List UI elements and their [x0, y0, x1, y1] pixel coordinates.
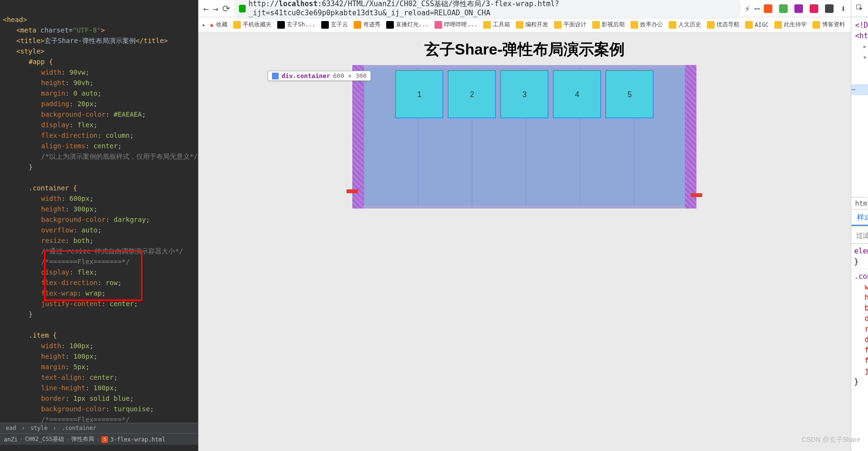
folder-icon [707, 21, 715, 29]
ext-icon[interactable] [810, 4, 818, 13]
bm-item[interactable]: AIGC [743, 20, 770, 30]
bm-chevron-icon[interactable]: ▸ [202, 22, 206, 28]
bm-item[interactable]: 平面设计 [552, 20, 588, 30]
flex-container-preview[interactable]: 1 2 3 4 5 [352, 65, 696, 209]
page-title: 玄子Share-弹性布局演示案例 [424, 39, 625, 60]
bm-item[interactable]: 人文历史 [667, 20, 703, 30]
ext-icon[interactable] [764, 4, 772, 13]
bm-item[interactable]: 玄子Sh... [275, 20, 317, 30]
bookmarks-bar: ▸ ★收藏 手机收藏夹 玄子Sh... 玄子云 奇迹秀 直播灯光... 哔哩哔哩… [198, 17, 851, 33]
code-editor-pane: <head> <meta charset="UTF-8"> <title>玄子S… [0, 0, 198, 451]
selected-node[interactable]: ⋯▾<div class="container"> flex== $0 [855, 84, 868, 95]
folder-icon [233, 21, 241, 29]
bm-item[interactable]: 影视后期 [590, 20, 627, 30]
elements-tree[interactable]: <!DOCTYPE html> <html lang="en"> ▸<head>… [851, 17, 868, 197]
editor-file-crumb[interactable]: anZi› CH02_CSS基础› 弹性布局› 5 3-flex-wrap.ht… [0, 433, 198, 445]
bm-item[interactable]: 效率办公 [629, 20, 665, 30]
flex-item: 4 [553, 70, 601, 118]
styles-filter-row: :hov .cls ＋ ▭ ▥ [851, 227, 868, 244]
download-icon[interactable]: ⬇ [840, 3, 846, 14]
bm-item[interactable]: 博客资料 [811, 20, 847, 30]
extensions-area: ⬇ [764, 3, 846, 14]
bm-item[interactable]: 工具箱 [481, 20, 512, 30]
editor-structure-crumb[interactable]: ead › style › .container [0, 423, 198, 433]
site-icon [321, 21, 329, 29]
folder-icon [630, 21, 638, 29]
folder-icon [745, 21, 753, 29]
tag-head: <head> [3, 16, 27, 23]
reload-button[interactable]: ⟳ [222, 3, 230, 14]
bm-item[interactable]: 奇迹秀 [352, 20, 382, 30]
ext-icon[interactable] [779, 4, 788, 13]
flex-icon [272, 73, 279, 79]
inspect-tooltip: div.container 600 × 300 [268, 71, 371, 81]
lightning-icon[interactable]: ⚡ [745, 3, 750, 14]
marker [691, 193, 702, 197]
editor-code[interactable]: <head> <meta charset="UTF-8"> <title>玄子S… [0, 0, 198, 423]
ext-icon[interactable] [794, 4, 803, 13]
styles-filter-input[interactable] [851, 231, 868, 239]
flex-item: 5 [606, 70, 653, 118]
url-input[interactable]: http://localhost:63342/HTML/XuanZi/CH02_… [234, 0, 741, 19]
ext-apps-icon[interactable] [825, 4, 834, 13]
bm-item[interactable]: 哔哩哔哩... [433, 20, 479, 30]
site-icon [354, 21, 361, 29]
folder-icon [813, 21, 820, 29]
folder-icon [592, 21, 600, 29]
folder-icon [669, 21, 676, 29]
rendered-page: 玄子Share-弹性布局演示案例 div.container 600 × 300… [198, 33, 851, 451]
folder-icon [483, 21, 491, 29]
stab-styles[interactable]: 样式 [851, 210, 868, 226]
site-icon [434, 21, 442, 29]
site-favicon [239, 5, 246, 12]
flex-item: 1 [395, 70, 443, 118]
site-icon [386, 21, 394, 29]
more-icon[interactable]: ⋯ [754, 3, 760, 14]
devtools-panel: 元素 控制台 » 💬 1 ⚙ ⋮ <!DOCTYPE html> <html l… [851, 0, 868, 451]
style-rules[interactable]: element.style { } 3-flex-wrap…N_CHANGE:1… [851, 244, 868, 451]
dom-breadcrumb[interactable]: html body div#app div.container [851, 197, 868, 209]
watermark: CSDN @玄子Share [802, 436, 860, 444]
bm-item[interactable]: 直播灯光... [384, 20, 431, 30]
folder-icon [516, 21, 523, 29]
devtools-tabs: 元素 控制台 » 💬 1 ⚙ ⋮ [851, 0, 868, 17]
marker [347, 189, 358, 193]
bm-favorites[interactable]: ★收藏 [207, 19, 229, 30]
bm-item[interactable]: 此生待学 [772, 20, 809, 30]
address-bar: ← → ⟳ http://localhost:63342/HTML/XuanZi… [198, 0, 851, 17]
inspect-element-icon[interactable] [854, 2, 867, 15]
forward-button[interactable]: → [213, 3, 218, 14]
styles-tabs: 样式 计算样式 属性 布局 事件监听器 » [851, 209, 868, 227]
flex-item: 2 [448, 70, 496, 118]
margin-overlay [352, 65, 364, 209]
back-button[interactable]: ← [203, 3, 209, 14]
html-file-icon: 5 [101, 436, 108, 443]
folder-icon [774, 21, 782, 29]
bm-item[interactable]: 优选导航 [705, 20, 741, 30]
bm-item[interactable]: 编程开发 [514, 20, 550, 30]
browser-pane: ← → ⟳ http://localhost:63342/HTML/XuanZi… [198, 0, 851, 451]
margin-overlay [685, 65, 696, 209]
flex-item: 3 [500, 70, 548, 118]
star-icon: ★ [209, 20, 214, 29]
bm-item[interactable]: 手机收藏夹 [231, 20, 273, 30]
bm-item[interactable]: 玄子云 [319, 20, 350, 30]
folder-icon [554, 21, 562, 29]
site-icon [277, 21, 285, 29]
